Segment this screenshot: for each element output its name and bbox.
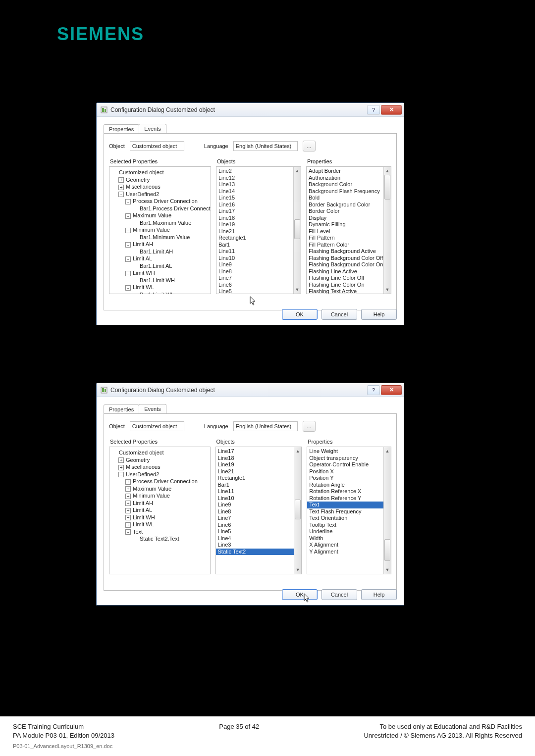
collapse-icon[interactable]: - [125,285,131,291]
tree-node[interactable]: +Maximum Value [125,485,208,493]
list-item[interactable]: Position Y [307,475,383,482]
tree-node[interactable]: +Limit AH [125,500,208,507]
properties-list[interactable]: Adapt BorderAuthorizationBackground Colo… [306,166,391,294]
list-item[interactable]: Line8 [216,508,294,515]
list-item[interactable]: Operator-Control Enable [307,461,383,468]
list-item[interactable]: Line2 [216,168,293,175]
expand-icon[interactable]: + [118,465,124,470]
tree-node[interactable]: -Limit WHBar1.Limit WH [125,269,209,284]
list-item[interactable]: Line19 [216,221,293,228]
collapse-icon[interactable]: - [125,271,131,276]
list-item[interactable]: Line3 [216,542,294,549]
list-item[interactable]: Line14 [216,188,293,195]
list-item[interactable]: Rotation Reference Y [307,495,383,502]
list-item[interactable]: Line9 [216,502,294,508]
tree-node[interactable]: Customized object+Geometry+Miscellaneous… [111,169,209,294]
list-item[interactable]: Fill Pattern Color [307,242,383,249]
list-item[interactable]: Tooltip Text [307,522,383,529]
tree-node[interactable]: +Miscellaneous [118,183,209,191]
tree-node[interactable]: -Maximum ValueBar1.Maximum Value [125,212,209,226]
tree-node[interactable]: Bar1.Maximum Value [132,219,209,227]
tab-properties[interactable]: Properties [104,404,139,414]
close-button[interactable]: ✕ [381,385,402,395]
list-item[interactable]: Flashing Background Color Off [307,255,383,262]
list-item[interactable]: Line17 [216,208,293,215]
close-button[interactable]: ✕ [381,105,402,115]
expand-icon[interactable]: + [125,486,131,492]
list-item[interactable]: Line6 [216,522,294,529]
list-item[interactable]: Text Orientation [307,515,383,522]
language-field[interactable]: English (United States) [233,141,298,151]
tree-node[interactable]: +Geometry [118,176,209,184]
objects-list[interactable]: Line17Line18Line19Line21Rectangle1Bar1Li… [215,447,302,574]
expand-icon[interactable]: + [118,185,124,190]
tree-node[interactable]: +Process Driver Connection [125,478,208,485]
list-item[interactable]: Line15 [216,195,293,202]
tree-node[interactable]: +Limit AL [125,506,208,514]
scroll-down-icon[interactable]: ▼ [294,286,301,294]
list-item[interactable]: Text [307,502,383,508]
cancel-button[interactable]: Cancel [321,309,357,320]
list-item[interactable]: Line9 [216,261,293,268]
tree-node[interactable]: Customized object+Geometry+Miscellaneous… [111,449,208,543]
help-button[interactable]: Help [361,309,397,320]
list-item[interactable]: Border Color [307,208,383,215]
collapse-icon[interactable]: - [118,472,124,477]
expand-icon[interactable]: + [125,508,131,513]
list-item[interactable]: Line12 [216,175,293,182]
list-item[interactable]: Flashing Line Color Off [307,275,383,282]
scroll-down-icon[interactable]: ▼ [384,566,391,574]
collapse-icon[interactable]: - [125,242,131,248]
tree-node[interactable]: Bar1.Limit WH [132,277,209,284]
collapse-icon[interactable]: - [125,213,131,219]
scrollbar[interactable]: ▲ ▼ [294,447,301,574]
tree-node[interactable]: Bar1.Limit AL [132,262,209,270]
list-item[interactable]: Y Alignment [307,549,383,555]
list-item[interactable]: Authorization [307,175,383,182]
tree-node[interactable]: +Geometry [118,456,208,464]
list-item[interactable]: Line13 [216,181,293,188]
tree-node[interactable]: -Minimum ValueBar1.Minimum Value [125,226,209,241]
tree-node[interactable]: -TextStatic Text2.Text [125,528,208,543]
list-item[interactable]: Border Background Color [307,202,383,208]
list-item[interactable]: Rectangle1 [216,475,294,482]
expand-icon[interactable]: + [125,515,131,520]
ok-button[interactable]: OK [282,589,318,600]
list-item[interactable]: Line11 [216,248,293,255]
collapse-icon[interactable]: - [118,192,124,197]
list-item[interactable]: Line19 [216,461,294,468]
scroll-up-icon[interactable]: ▲ [384,167,391,175]
tree-node[interactable]: -Limit WLBar1.Limit WL [125,284,209,294]
scroll-down-icon[interactable]: ▼ [384,286,391,294]
list-item[interactable]: Line8 [216,268,293,275]
list-item[interactable]: Rotation Angle [307,482,383,489]
collapse-icon[interactable]: - [125,228,131,233]
list-item[interactable]: Rectangle1 [216,235,293,242]
list-item[interactable]: Bold [307,195,383,202]
list-item[interactable]: Fill Pattern [307,235,383,242]
list-item[interactable]: Bar1 [216,242,293,249]
collapse-icon[interactable]: - [125,529,131,535]
tree-node[interactable]: Bar1.Minimum Value [132,234,209,241]
tree-node[interactable]: -UserDefined2-Process Driver ConnectionB… [118,191,209,295]
tree-node[interactable]: +Limit WH [125,514,208,521]
list-item[interactable]: Background Color [307,181,383,188]
object-field[interactable]: Customized object [130,421,184,431]
list-item[interactable]: Flashing Line Active [307,268,383,275]
list-item[interactable]: Flashing Text Active [307,288,383,294]
list-item[interactable]: Line Weight [307,448,383,455]
help-titlebar-button[interactable]: ? [367,105,380,115]
tree-node[interactable]: Bar1.Limit AH [132,248,209,255]
list-item[interactable]: Flashing Background Active [307,248,383,255]
scroll-thumb[interactable] [384,539,390,561]
list-item[interactable]: Display [307,215,383,222]
scroll-thumb[interactable] [295,500,301,519]
scrollbar[interactable]: ▲ ▼ [383,447,391,574]
list-item[interactable]: Text Flash Frequency [307,508,383,515]
list-item[interactable]: Line7 [216,275,293,282]
collapse-icon[interactable]: - [125,199,131,204]
help-button[interactable]: Help [361,589,397,600]
collapse-icon[interactable]: - [125,256,131,262]
expand-icon[interactable]: + [125,522,131,528]
selected-properties-tree[interactable]: Customized object+Geometry+Miscellaneous… [109,166,211,294]
